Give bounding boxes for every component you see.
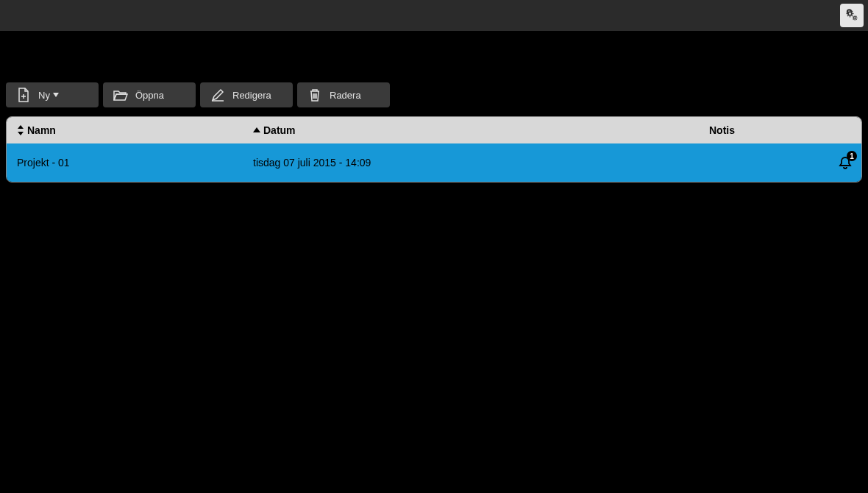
trash-icon bbox=[305, 88, 325, 102]
svg-marker-30 bbox=[253, 127, 260, 132]
open-button[interactable]: Öppna bbox=[103, 82, 196, 107]
svg-marker-28 bbox=[18, 125, 24, 129]
edit-button-label: Redigera bbox=[232, 90, 271, 101]
column-header-date[interactable]: Datum bbox=[253, 124, 709, 136]
delete-button-label: Radera bbox=[330, 90, 361, 101]
column-name-label: Namn bbox=[27, 124, 56, 136]
gears-icon bbox=[844, 8, 859, 23]
row-date-cell: tisdag 07 juli 2015 - 14:09 bbox=[253, 157, 709, 169]
svg-rect-4 bbox=[853, 13, 854, 14]
sort-icon bbox=[17, 125, 24, 135]
edit-button[interactable]: Redigera bbox=[200, 82, 293, 107]
sort-asc-icon bbox=[253, 127, 260, 133]
row-name-cell: Projekt - 01 bbox=[7, 157, 253, 169]
settings-button[interactable] bbox=[840, 4, 864, 27]
pencil-icon bbox=[207, 88, 228, 102]
new-button-label: Ny bbox=[38, 90, 50, 101]
svg-point-10 bbox=[849, 13, 851, 15]
new-button[interactable]: Ny bbox=[6, 82, 99, 107]
svg-marker-29 bbox=[18, 132, 24, 135]
svg-rect-14 bbox=[857, 18, 858, 18]
svg-rect-1 bbox=[850, 10, 850, 12]
column-notis-label: Notis bbox=[709, 124, 735, 136]
svg-rect-11 bbox=[855, 15, 855, 16]
notification-badge: 1 bbox=[847, 151, 857, 161]
chevron-down-icon bbox=[53, 93, 59, 97]
top-bar bbox=[0, 0, 868, 31]
svg-marker-23 bbox=[53, 93, 59, 97]
svg-point-20 bbox=[854, 17, 855, 18]
column-header-name[interactable]: Namn bbox=[7, 124, 253, 136]
column-header-notis[interactable]: Notis bbox=[709, 124, 861, 136]
project-table: Namn Datum Notis Projekt - 01 tisdag 07 … bbox=[6, 116, 862, 182]
table-row[interactable]: Projekt - 01 tisdag 07 juli 2015 - 14:09… bbox=[7, 143, 861, 182]
svg-rect-13 bbox=[853, 18, 853, 18]
delete-button[interactable]: Radera bbox=[297, 82, 390, 107]
svg-rect-12 bbox=[855, 20, 855, 21]
notification-bell[interactable]: 1 bbox=[838, 155, 853, 170]
open-button-label: Öppna bbox=[135, 90, 164, 101]
folder-open-icon bbox=[110, 89, 131, 101]
column-date-label: Datum bbox=[263, 124, 296, 136]
file-plus-icon bbox=[13, 88, 34, 102]
svg-rect-2 bbox=[850, 16, 850, 18]
table-header-row: Namn Datum Notis bbox=[7, 117, 861, 143]
svg-rect-3 bbox=[847, 13, 848, 14]
row-notis-cell: 1 bbox=[709, 155, 861, 170]
toolbar: Ny Öppna Redigera bbox=[0, 82, 868, 107]
